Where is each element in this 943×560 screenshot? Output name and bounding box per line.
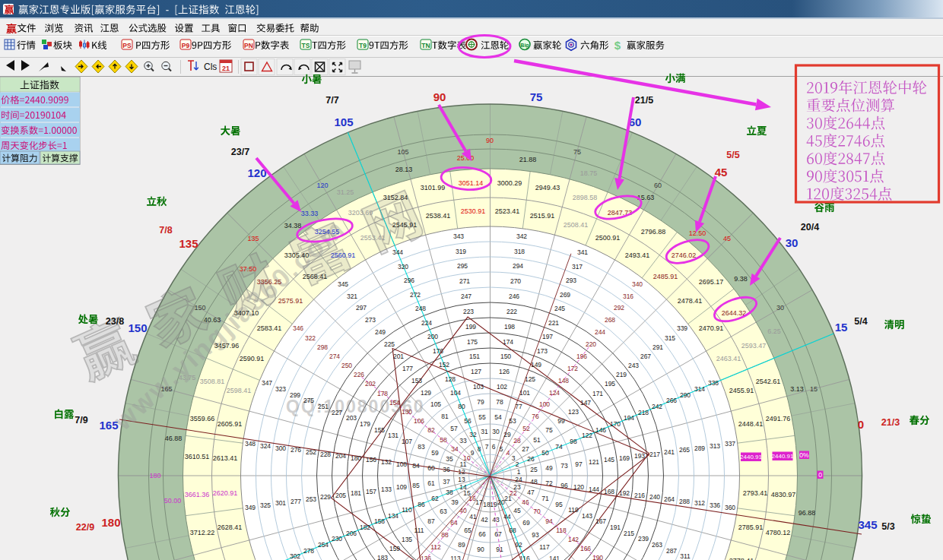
svg-text:105: 105 bbox=[397, 148, 408, 156]
svg-text:321: 321 bbox=[347, 293, 357, 300]
svg-text:47: 47 bbox=[527, 489, 535, 496]
svg-text:240: 240 bbox=[649, 493, 660, 501]
svg-text:252: 252 bbox=[306, 448, 316, 456]
svg-text:3203.69: 3203.69 bbox=[348, 209, 373, 217]
svg-text:159: 159 bbox=[389, 545, 400, 552]
svg-text:96.88: 96.88 bbox=[799, 509, 816, 517]
svg-text:104: 104 bbox=[450, 389, 461, 397]
svg-text:313: 313 bbox=[710, 442, 720, 450]
svg-text:135: 135 bbox=[247, 235, 259, 242]
svg-text:15: 15 bbox=[810, 385, 818, 393]
svg-text:270: 270 bbox=[510, 277, 521, 285]
svg-text:78: 78 bbox=[496, 398, 503, 406]
svg-text:34.38: 34.38 bbox=[284, 222, 302, 229]
svg-text:2644.32: 2644.32 bbox=[722, 309, 747, 317]
svg-text:25: 25 bbox=[530, 466, 538, 473]
svg-text:150: 150 bbox=[194, 304, 205, 312]
svg-text:57: 57 bbox=[450, 425, 458, 432]
svg-text:96: 96 bbox=[560, 482, 568, 489]
svg-text:346: 346 bbox=[293, 324, 303, 332]
svg-text:169: 169 bbox=[619, 454, 630, 462]
svg-text:75: 75 bbox=[545, 426, 553, 434]
svg-text:202: 202 bbox=[365, 380, 376, 388]
svg-text:183: 183 bbox=[377, 554, 388, 560]
svg-text:225: 225 bbox=[384, 340, 395, 348]
svg-text:141: 141 bbox=[549, 555, 560, 560]
svg-text:288: 288 bbox=[679, 498, 690, 505]
svg-text:347: 347 bbox=[262, 379, 272, 387]
svg-text:60: 60 bbox=[654, 182, 662, 189]
svg-text:174: 174 bbox=[503, 338, 513, 346]
svg-text:348: 348 bbox=[245, 440, 256, 448]
svg-text:215: 215 bbox=[624, 530, 634, 537]
svg-text:181: 181 bbox=[351, 489, 361, 497]
svg-text:167: 167 bbox=[595, 517, 606, 525]
svg-text:12: 12 bbox=[458, 468, 465, 476]
svg-text:155: 155 bbox=[374, 426, 385, 434]
svg-text:33.33: 33.33 bbox=[301, 210, 319, 217]
svg-text:51: 51 bbox=[533, 436, 541, 444]
svg-text:110: 110 bbox=[402, 506, 412, 514]
svg-text:65: 65 bbox=[464, 527, 472, 534]
svg-text:97: 97 bbox=[575, 460, 583, 468]
svg-text:2590.91: 2590.91 bbox=[240, 355, 265, 362]
svg-text:2695.17: 2695.17 bbox=[699, 278, 724, 286]
svg-text:6: 6 bbox=[492, 443, 496, 451]
svg-text:90: 90 bbox=[486, 137, 494, 144]
svg-text:2538.41: 2538.41 bbox=[426, 212, 451, 220]
svg-text:TN: TN bbox=[421, 42, 430, 49]
svg-text:195: 195 bbox=[605, 380, 615, 388]
svg-text:77: 77 bbox=[515, 403, 522, 410]
svg-text:59: 59 bbox=[431, 449, 439, 457]
svg-text:317: 317 bbox=[572, 263, 583, 271]
svg-text:2478.41: 2478.41 bbox=[678, 297, 703, 305]
svg-text:2746.02: 2746.02 bbox=[672, 252, 697, 259]
svg-text:271: 271 bbox=[459, 277, 470, 285]
svg-text:3051.14: 3051.14 bbox=[459, 179, 484, 187]
svg-text:135: 135 bbox=[179, 237, 198, 250]
svg-text:293: 293 bbox=[566, 277, 576, 284]
svg-text:40: 40 bbox=[459, 507, 467, 514]
svg-text:T9: T9 bbox=[359, 42, 367, 49]
svg-text:45: 45 bbox=[723, 235, 731, 242]
svg-text:84: 84 bbox=[412, 462, 420, 470]
svg-text:119: 119 bbox=[568, 506, 579, 514]
svg-text:73: 73 bbox=[560, 462, 568, 470]
svg-text:264: 264 bbox=[664, 495, 675, 503]
svg-text:221: 221 bbox=[548, 319, 559, 327]
svg-text:2593.47: 2593.47 bbox=[741, 342, 767, 350]
svg-text:2530.91: 2530.91 bbox=[461, 207, 486, 215]
svg-text:247: 247 bbox=[461, 293, 472, 300]
svg-text:67: 67 bbox=[494, 530, 502, 538]
svg-text:245: 245 bbox=[554, 305, 565, 312]
svg-text:344: 344 bbox=[392, 248, 403, 256]
svg-text:276: 276 bbox=[291, 446, 301, 454]
svg-text:228: 228 bbox=[320, 451, 331, 458]
svg-text:179: 179 bbox=[360, 420, 370, 428]
svg-text:318: 318 bbox=[514, 248, 525, 255]
svg-text:40.63: 40.63 bbox=[204, 316, 221, 324]
svg-text:7/8: 7/8 bbox=[159, 225, 172, 236]
svg-text:89: 89 bbox=[458, 541, 465, 549]
svg-text:267: 267 bbox=[640, 353, 651, 360]
svg-text:148: 148 bbox=[558, 377, 569, 384]
svg-text:241: 241 bbox=[664, 448, 675, 456]
svg-text:2523.41: 2523.41 bbox=[495, 207, 520, 215]
svg-text:46: 46 bbox=[522, 498, 529, 506]
svg-text:126: 126 bbox=[499, 368, 510, 375]
svg-text:325: 325 bbox=[260, 501, 271, 509]
svg-text:180: 180 bbox=[101, 516, 120, 529]
svg-text:322: 322 bbox=[305, 334, 316, 342]
svg-text:39: 39 bbox=[451, 498, 459, 506]
svg-text:3000.29: 3000.29 bbox=[497, 179, 522, 187]
svg-text:0%: 0% bbox=[799, 451, 809, 459]
svg-text:129: 129 bbox=[421, 389, 431, 397]
svg-text:21/3: 21/3 bbox=[881, 417, 900, 428]
svg-text:2508.41: 2508.41 bbox=[564, 221, 589, 229]
svg-text:275: 275 bbox=[303, 397, 314, 404]
svg-text:2493.41: 2493.41 bbox=[625, 252, 650, 259]
svg-text:87: 87 bbox=[427, 517, 435, 525]
svg-text:80: 80 bbox=[458, 403, 465, 410]
svg-text:132: 132 bbox=[381, 458, 392, 466]
svg-text:251: 251 bbox=[318, 403, 329, 410]
